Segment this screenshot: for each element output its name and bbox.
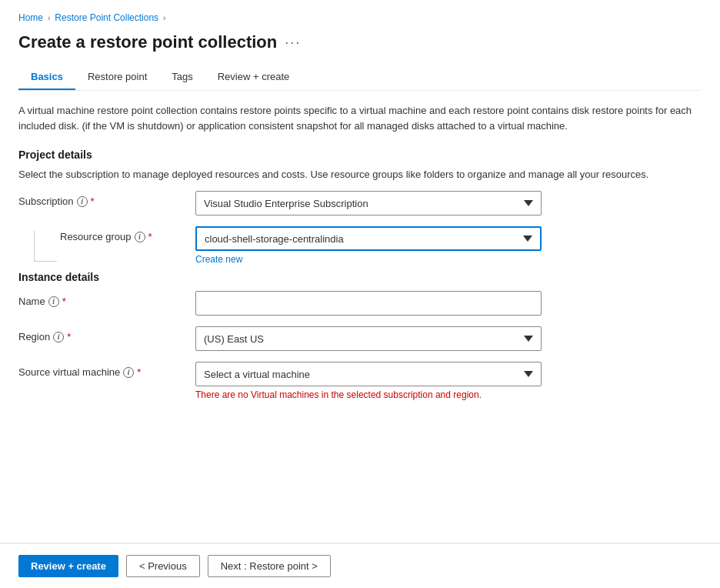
- instance-details-title: Instance details: [18, 271, 702, 283]
- source-vm-control: Select a virtual machine There are no Vi…: [195, 362, 542, 400]
- resource-group-control: cloud-shell-storage-centralindia Create …: [195, 226, 542, 265]
- source-vm-select[interactable]: Select a virtual machine: [195, 362, 542, 386]
- footer-divider: Review + create < Previous Next : Restor…: [0, 543, 720, 588]
- project-details-title: Project details: [18, 149, 702, 161]
- page-title-row: Create a restore point collection ···: [18, 32, 702, 52]
- breadcrumb-sep-1: ›: [48, 14, 50, 22]
- region-label-wrap: Region i *: [18, 326, 195, 342]
- tab-tags[interactable]: Tags: [159, 65, 205, 90]
- source-vm-error: There are no Virtual machines in the sel…: [195, 389, 542, 400]
- breadcrumb-home[interactable]: Home: [18, 12, 43, 23]
- resource-group-required: *: [148, 231, 152, 242]
- name-required: *: [62, 296, 66, 307]
- subscription-label-wrap: Subscription i *: [18, 191, 195, 207]
- source-vm-group: Source virtual machine i * Select a virt…: [18, 362, 702, 400]
- breadcrumb-sep-2: ›: [163, 14, 165, 22]
- tabs-container: Basics Restore point Tags Review + creat…: [18, 65, 702, 91]
- region-select[interactable]: (US) East US: [195, 326, 542, 351]
- name-info-icon[interactable]: i: [48, 296, 59, 307]
- tab-review-create[interactable]: Review + create: [205, 65, 302, 90]
- subscription-group: Subscription i * Visual Studio Enterpris…: [18, 191, 702, 215]
- resource-group-label: Resource group: [60, 231, 132, 242]
- name-label-wrap: Name i *: [18, 291, 195, 307]
- breadcrumb-restore-collections[interactable]: Restore Point Collections: [55, 12, 158, 23]
- source-vm-info-icon[interactable]: i: [123, 367, 134, 378]
- breadcrumb: Home › Restore Point Collections ›: [18, 12, 702, 23]
- resource-group-info-icon[interactable]: i: [135, 232, 145, 242]
- previous-button[interactable]: < Previous: [126, 555, 200, 577]
- source-vm-label: Source virtual machine: [18, 366, 120, 378]
- next-button[interactable]: Next : Restore point >: [208, 555, 331, 577]
- source-vm-label-wrap: Source virtual machine i *: [18, 362, 195, 378]
- subscription-label: Subscription: [18, 195, 74, 207]
- resource-group-row: Resource group i * cloud-shell-storage-c…: [18, 226, 702, 265]
- name-group: Name i *: [18, 291, 702, 316]
- region-required: *: [67, 331, 71, 342]
- subscription-required: *: [91, 195, 95, 207]
- page-description: A virtual machine restore point collecti…: [18, 103, 695, 133]
- subscription-info-icon[interactable]: i: [77, 196, 88, 207]
- subscription-select[interactable]: Visual Studio Enterprise Subscription: [195, 191, 542, 215]
- tab-basics[interactable]: Basics: [18, 65, 75, 90]
- create-new-link[interactable]: Create new: [195, 254, 242, 265]
- name-control: [195, 291, 542, 316]
- page-title: Create a restore point collection: [18, 32, 277, 52]
- more-options-icon[interactable]: ···: [285, 35, 301, 51]
- source-vm-required: *: [137, 366, 141, 378]
- region-control: (US) East US: [195, 326, 542, 351]
- review-create-button[interactable]: Review + create: [18, 555, 118, 577]
- tab-restore-point[interactable]: Restore point: [75, 65, 159, 90]
- page-container: Home › Restore Point Collections › Creat…: [0, 0, 720, 588]
- name-input[interactable]: [195, 291, 542, 316]
- resource-group-select[interactable]: cloud-shell-storage-centralindia: [195, 226, 542, 251]
- project-details-subtitle: Select the subscription to manage deploy…: [18, 169, 680, 180]
- region-label: Region: [18, 331, 50, 342]
- footer: Review + create < Previous Next : Restor…: [0, 543, 720, 588]
- subscription-control: Visual Studio Enterprise Subscription: [195, 191, 542, 215]
- region-group: Region i * (US) East US: [18, 326, 702, 351]
- region-info-icon[interactable]: i: [53, 332, 64, 342]
- name-label: Name: [18, 296, 45, 307]
- main-content: Home › Restore Point Collections › Creat…: [0, 0, 720, 543]
- resource-group-label-wrap: Resource group i *: [60, 231, 152, 242]
- project-details-section: Project details Select the subscription …: [18, 149, 702, 265]
- instance-details-section: Instance details Name i * Region i *: [18, 271, 702, 400]
